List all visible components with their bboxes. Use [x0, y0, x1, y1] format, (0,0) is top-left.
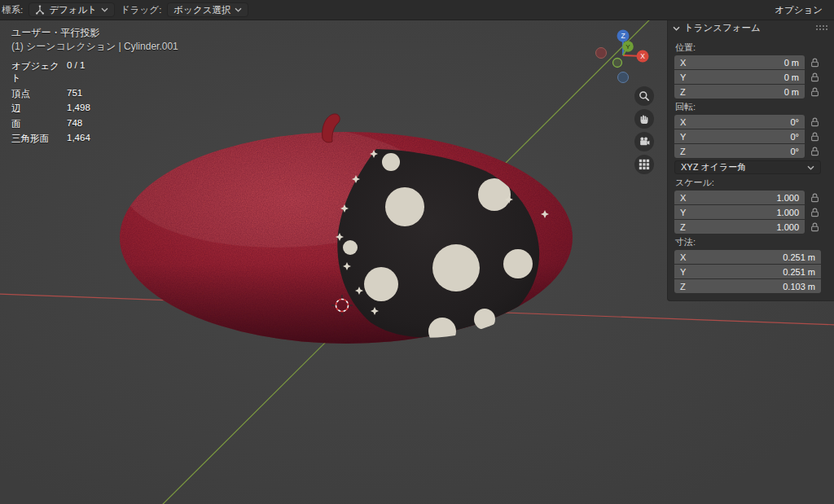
stat-value: 1,464: [67, 133, 90, 145]
header-left-group: 標系: デフォルト ドラッグ: ボックス選択: [0, 2, 248, 17]
rotation-mode-dropdown[interactable]: XYZ オイラー角: [674, 160, 821, 174]
lock-icon[interactable]: [808, 72, 821, 82]
dimensions-x-field[interactable]: X 0.251 m: [674, 250, 821, 264]
panel-drag-grip[interactable]: [816, 25, 829, 32]
gizmo-axis-x-negative[interactable]: [596, 48, 607, 59]
camera-view-button[interactable]: [634, 132, 654, 151]
drag-mode-dropdown[interactable]: ボックス選択: [167, 2, 248, 17]
dimensions-y-field[interactable]: Y 0.251 m: [674, 265, 821, 278]
lock-icon[interactable]: [808, 222, 821, 232]
viewport-tools: [634, 86, 654, 174]
drag-label: ドラッグ:: [121, 4, 161, 16]
panel-title: トランスフォーム: [684, 22, 761, 34]
statistics-overlay: オブジェクト0 / 1 頂点751 辺1,498 面748 三角形面1,464: [11, 60, 90, 145]
view-mode-text: ユーザー・平行投影: [11, 26, 178, 40]
orientation-axes-icon: [35, 5, 45, 15]
gizmo-y-label: Y: [626, 43, 630, 50]
orientation-dropdown[interactable]: デフォルト: [29, 2, 115, 17]
lock-icon[interactable]: [808, 193, 821, 203]
active-collection-text: (1) シーンコレクション | Cylinder.001: [11, 40, 178, 54]
lock-icon[interactable]: [808, 147, 821, 156]
transform-panel-body: 位置: X 0 m Y 0 m Z: [668, 37, 834, 293]
stat-label: 三角形面: [11, 133, 65, 145]
gizmo-x-label: X: [640, 52, 645, 60]
lock-icon[interactable]: [808, 208, 821, 217]
orientation-label: 標系:: [2, 4, 23, 16]
scale-z-field[interactable]: Z 1.000: [674, 220, 805, 234]
orientation-value: デフォルト: [49, 4, 97, 16]
lock-icon[interactable]: [808, 117, 821, 127]
hand-icon: [639, 113, 650, 125]
location-y-field[interactable]: Y 0 m: [674, 70, 805, 84]
rotation-x-field[interactable]: X 0°: [674, 115, 805, 129]
transform-panel: トランスフォーム 位置: X 0 m Y 0 m: [667, 20, 834, 301]
viewport-3d[interactable]: ユーザー・平行投影 (1) シーンコレクション | Cylinder.001 オ…: [0, 20, 834, 504]
scale-x-field[interactable]: X 1.000: [674, 191, 805, 204]
lock-icon[interactable]: [808, 58, 821, 68]
location-z-field[interactable]: Z 0 m: [674, 85, 805, 99]
lock-icon[interactable]: [808, 87, 821, 97]
stat-label: 面: [11, 118, 65, 130]
stat-label: 辺: [11, 103, 65, 115]
gizmo-axis-z-negative[interactable]: [618, 72, 629, 83]
location-x-field[interactable]: X 0 m: [674, 55, 805, 69]
stat-label: 頂点: [11, 88, 65, 100]
grid-icon: [639, 159, 650, 170]
gizmo-z-label: Z: [621, 32, 625, 40]
blender-window: 標系: デフォルト ドラッグ: ボックス選択: [0, 0, 834, 504]
chevron-down-icon: [235, 7, 242, 12]
scale-y-field[interactable]: Y 1.000: [674, 205, 805, 219]
scale-label: スケール:: [675, 177, 834, 189]
stat-value: 751: [67, 88, 90, 100]
navigation-gizmo[interactable]: Z Y X: [594, 28, 652, 86]
dimensions-z-field[interactable]: Z 0.103 m: [674, 279, 821, 293]
stat-value: 1,498: [67, 103, 90, 115]
rotation-y-field[interactable]: Y 0°: [674, 129, 805, 143]
viewport-header-bar: 標系: デフォルト ドラッグ: ボックス選択: [0, 0, 834, 20]
zoom-button[interactable]: [634, 86, 654, 106]
chevron-down-icon: [101, 7, 108, 12]
stat-label: オブジェクト: [11, 60, 65, 85]
location-label: 位置:: [675, 42, 834, 54]
header-right-group: オプション: [770, 3, 834, 17]
drag-mode-value: ボックス選択: [173, 4, 230, 16]
panel-collapse-chevron-icon: [673, 26, 680, 31]
chevron-down-icon: [807, 165, 814, 170]
lock-icon[interactable]: [808, 132, 821, 142]
gizmo-axis-y-negative[interactable]: [613, 59, 622, 68]
toggle-grid-button[interactable]: [634, 155, 654, 174]
stat-value: 0 / 1: [67, 60, 90, 85]
options-button[interactable]: オプション: [770, 3, 827, 17]
magnify-icon: [639, 90, 650, 102]
dimensions-label: 寸法:: [675, 236, 834, 248]
viewport-info-overlay: ユーザー・平行投影 (1) シーンコレクション | Cylinder.001: [11, 26, 178, 54]
camera-icon: [639, 136, 650, 147]
rotation-label: 回転:: [675, 101, 834, 113]
pan-button[interactable]: [634, 109, 654, 129]
rotation-z-field[interactable]: Z 0°: [674, 144, 805, 158]
stat-value: 748: [67, 118, 90, 130]
transform-panel-header[interactable]: トランスフォーム: [668, 20, 834, 37]
